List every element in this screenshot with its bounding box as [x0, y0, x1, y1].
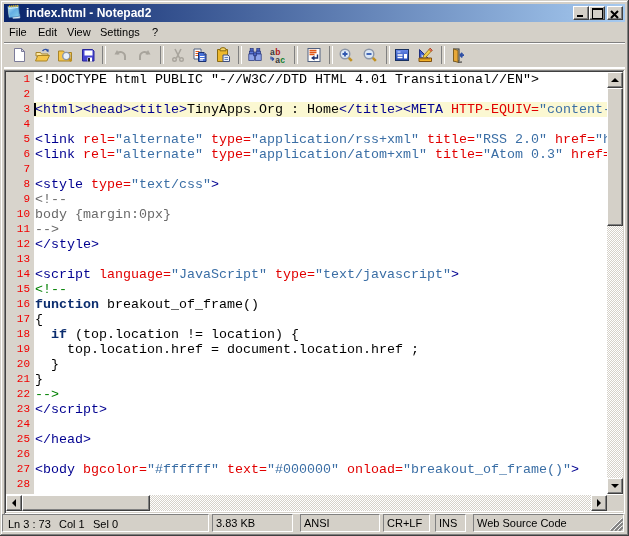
svg-text:c: c [280, 55, 285, 64]
